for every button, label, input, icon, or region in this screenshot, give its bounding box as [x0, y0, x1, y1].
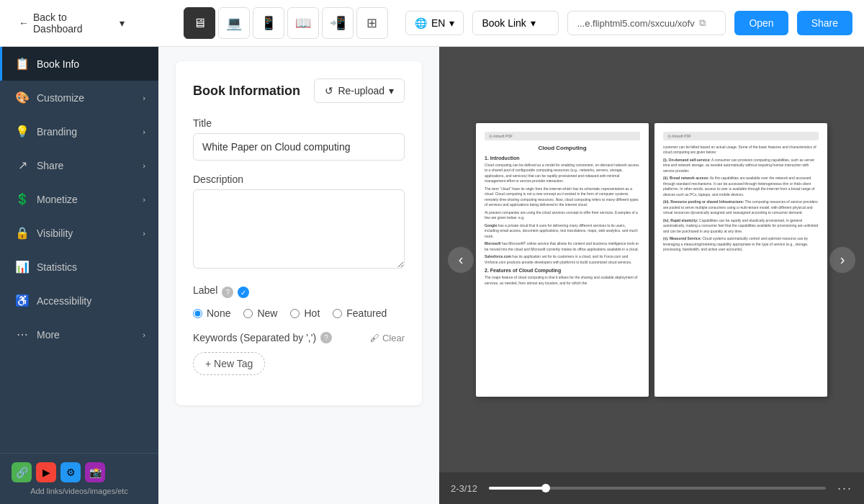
device-selector: 🖥 💻 📱 📖 📲 ⊞	[184, 7, 388, 39]
radio-new-input[interactable]	[243, 309, 253, 318]
new-tag-label: + New Tag	[205, 358, 253, 369]
right-feature-1: (i). On-demand self-service: A consumer …	[663, 158, 819, 174]
prev-page-button[interactable]: ‹	[448, 247, 474, 273]
left-para-google: Google has a private cloud that it uses …	[485, 223, 640, 240]
sidebar-item-visibility[interactable]: 🔒 Visibility ›	[0, 216, 158, 250]
description-field-group: Description	[193, 174, 405, 271]
split-view-button[interactable]: ⊞	[356, 7, 388, 39]
description-label: Description	[193, 174, 405, 185]
left-page: Ⓐ Atrisoft PDF Cloud Computing 1. Introd…	[476, 123, 649, 397]
topbar: ← Back to Dashboard ▾ 🖥 💻 📱 📖 📲 ⊞ 🌐 EN ▾…	[0, 0, 864, 47]
radio-new-label: New	[257, 307, 277, 319]
eraser-icon: 🖋	[370, 333, 379, 343]
monetize-icon: 💲	[15, 192, 30, 206]
keywords-field-group: Keywords (Separated by ',') ? 🖋 Clear + …	[193, 332, 405, 375]
mobile-view-button[interactable]: 📲	[322, 7, 354, 39]
chevron-down-icon: ›	[143, 229, 145, 238]
back-to-dashboard-button[interactable]: ← Back to Dashboard ▾	[12, 7, 132, 39]
clear-button[interactable]: 🖋 Clear	[370, 333, 405, 343]
sidebar-item-monetize[interactable]: 💲 Monetize ›	[0, 182, 158, 216]
sidebar-item-more[interactable]: ⋯ More ›	[0, 318, 158, 351]
reupload-label: Re-upload	[338, 85, 384, 96]
radio-none-input[interactable]	[193, 309, 202, 318]
progress-bar[interactable]	[489, 487, 826, 490]
keywords-row: Keywords (Separated by ',') ? 🖋 Clear	[193, 332, 405, 343]
right-page-header: Ⓐ Atrisoft PDF	[663, 132, 819, 140]
radio-none-label: None	[207, 307, 230, 319]
radio-hot-input[interactable]	[290, 309, 300, 318]
left-para-microsoft: Microsoft has Microsoft® online service …	[485, 241, 640, 252]
sidebar-bottom: 🔗 ▶ ⚙ 📸 Add links/videos/images/etc	[0, 453, 158, 504]
card-title: Book Information	[193, 84, 300, 99]
chevron-down-icon: ›	[143, 161, 145, 170]
app-icon-video[interactable]: ▶	[36, 462, 56, 482]
radio-option-new[interactable]: New	[243, 307, 277, 319]
sidebar-item-book-info[interactable]: 📋 Book Info	[0, 47, 158, 81]
laptop-view-button[interactable]: 💻	[218, 7, 250, 39]
sidebar-item-statistics[interactable]: 📊 Statistics	[0, 250, 158, 284]
chevron-down-icon: ›	[143, 330, 145, 339]
right-feature-4: (iv). Rapid elasticity: Capabilities can…	[663, 218, 819, 235]
help-icon[interactable]: ?	[222, 287, 233, 298]
reupload-button[interactable]: ↺ Re-upload ▾	[314, 78, 405, 103]
label-row: Label ? ✓	[193, 284, 405, 300]
sidebar: 📋 Book Info 🎨 Customize › 💡 Branding › ↗…	[0, 47, 158, 504]
left-section1-title: 1. Introduction	[485, 156, 640, 161]
title-input[interactable]	[193, 133, 405, 161]
left-para-2: The term "cloud" have its origin from th…	[485, 186, 640, 208]
sidebar-item-share[interactable]: ↗ Share ›	[0, 148, 158, 182]
more-options-button[interactable]: ···	[837, 481, 852, 496]
description-input[interactable]	[193, 189, 405, 269]
book-view-button[interactable]: 📖	[287, 7, 319, 39]
app-icon-link[interactable]: 🔗	[12, 462, 32, 482]
book-info-icon: 📋	[15, 57, 30, 71]
right-feature-2: (ii). Broad network access: As the capab…	[663, 176, 819, 197]
app-icon-settings[interactable]: ⚙	[60, 462, 81, 482]
pages-container: Ⓐ Atrisoft PDF Cloud Computing 1. Introd…	[462, 109, 842, 411]
sidebar-item-label: More	[37, 329, 135, 341]
sidebar-item-branding[interactable]: 💡 Branding ›	[0, 114, 158, 148]
right-feature-5: (v). Measured Service: Cloud systems aut…	[663, 236, 819, 253]
branding-icon: 💡	[15, 125, 30, 138]
lang-label: EN	[431, 17, 445, 29]
keywords-label-row: Keywords (Separated by ',') ?	[193, 332, 332, 343]
radio-featured-input[interactable]	[333, 309, 342, 318]
visibility-icon: 🔒	[15, 226, 30, 240]
right-page: Ⓐ Atrisoft PDF customer can be billed ba…	[654, 123, 827, 397]
label-field-group: Label ? ✓ None New Hot	[193, 284, 405, 319]
back-label: Back to Dashboard	[33, 12, 115, 35]
sidebar-item-label: Statistics	[37, 261, 145, 273]
tablet-view-button[interactable]: 📱	[253, 7, 284, 39]
more-icon: ⋯	[15, 328, 30, 341]
back-chevron-icon: ▾	[120, 17, 125, 29]
keywords-help-icon[interactable]: ?	[320, 332, 332, 343]
progress-thumb[interactable]	[541, 484, 550, 492]
book-link-dropdown[interactable]: Book Link ▾	[472, 11, 559, 35]
app-icons: 🔗 ▶ ⚙ 📸	[12, 462, 147, 482]
url-text: ...e.fliphtml5.com/sxcuu/xofv	[577, 18, 694, 29]
new-tag-button[interactable]: + New Tag	[193, 352, 265, 375]
language-selector[interactable]: 🌐 EN ▾	[405, 11, 464, 35]
radio-option-hot[interactable]: Hot	[290, 307, 320, 319]
radio-option-none[interactable]: None	[193, 307, 230, 319]
left-para-1: Cloud computing can be defined as a mode…	[485, 163, 640, 184]
desktop-view-button[interactable]: 🖥	[184, 7, 215, 39]
app-icon-image[interactable]: 📸	[85, 462, 105, 482]
radio-option-featured[interactable]: Featured	[333, 307, 387, 319]
accessibility-icon: ♿	[15, 294, 30, 307]
sidebar-bottom-label: Add links/videos/images/etc	[12, 487, 147, 495]
globe-icon: 🌐	[415, 17, 427, 29]
sidebar-item-customize[interactable]: 🎨 Customize ›	[0, 81, 158, 114]
left-section2-title: 2. Features of Cloud Computing	[485, 268, 640, 273]
right-intro-text: customer can be billed based on actual u…	[663, 145, 819, 156]
open-button[interactable]: Open	[734, 11, 788, 35]
label-field-label: Label	[193, 284, 217, 296]
lang-chevron-icon: ▾	[449, 17, 454, 29]
next-page-button[interactable]: ›	[829, 247, 855, 273]
copy-icon[interactable]: ⧉	[699, 17, 706, 29]
preview-bar: 2-3/12 ···	[439, 472, 864, 504]
book-link-chevron-icon: ▾	[531, 17, 536, 29]
sidebar-item-accessibility[interactable]: ♿ Accessibility	[0, 284, 158, 318]
share-button[interactable]: Share	[797, 11, 852, 35]
reupload-chevron-icon: ▾	[389, 85, 394, 96]
